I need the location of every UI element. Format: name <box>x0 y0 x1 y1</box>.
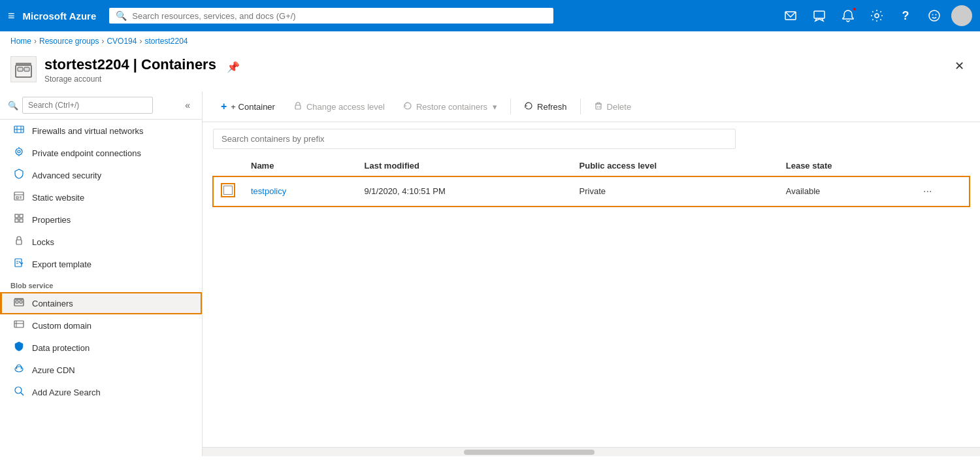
containers-icon <box>12 297 25 310</box>
custom-domain-icon <box>12 319 25 332</box>
global-search-input[interactable] <box>132 11 547 21</box>
content-area: + + Container Change access level Restor… <box>203 91 980 456</box>
breadcrumb-stortest2204[interactable]: stortest2204 <box>144 37 188 46</box>
svg-rect-23 <box>15 214 18 218</box>
sidebar-item-add-azure-search-label: Add Azure Search <box>32 388 101 397</box>
svg-rect-18 <box>14 192 24 200</box>
svg-rect-1 <box>814 11 825 18</box>
restore-containers-button[interactable]: Restore containers ▾ <box>395 97 505 116</box>
container-search-input[interactable] <box>213 129 736 149</box>
add-container-icon: + <box>221 101 227 112</box>
breadcrumb-resource-groups[interactable]: Resource groups <box>39 37 99 46</box>
row-checkbox[interactable] <box>223 186 233 195</box>
sidebar: 🔍 « Firewalls and virtual networks Priva… <box>0 91 203 456</box>
nav-icons: ? <box>779 4 972 27</box>
svg-point-4 <box>932 14 934 16</box>
static-website-icon <box>12 191 25 204</box>
svg-rect-42 <box>596 104 601 109</box>
sidebar-item-export-template[interactable]: Export template <box>0 253 202 275</box>
more-actions-button[interactable]: ··· <box>923 186 932 197</box>
container-search-row <box>203 122 980 156</box>
locks-icon <box>12 235 25 248</box>
delete-button[interactable]: Delete <box>586 97 640 116</box>
refresh-icon <box>524 101 533 112</box>
search-icon: 🔍 <box>116 10 127 21</box>
actions-column-header <box>915 156 970 176</box>
export-template-icon <box>12 257 25 271</box>
row-actions-cell[interactable]: ··· <box>915 176 970 207</box>
page-subtitle: Storage account <box>44 75 240 84</box>
sidebar-collapse-button[interactable]: « <box>181 97 194 113</box>
sidebar-item-azure-cdn-label: Azure CDN <box>32 365 75 375</box>
restore-icon <box>403 101 412 112</box>
user-avatar[interactable] <box>951 5 972 26</box>
container-name-cell[interactable]: testpolicy <box>243 176 357 207</box>
sidebar-item-custom-domain-label: Custom domain <box>32 321 91 331</box>
delete-icon <box>594 101 603 112</box>
breadcrumb-sep1: › <box>34 37 37 46</box>
restore-dropdown-icon: ▾ <box>493 102 497 112</box>
close-button[interactable]: ✕ <box>949 56 970 76</box>
app-title: Microsoft Azure <box>23 10 97 22</box>
sidebar-item-custom-domain[interactable]: Custom domain <box>0 314 202 337</box>
top-nav: ≡ Microsoft Azure 🔍 ? <box>0 0 980 31</box>
sidebar-item-private-endpoints[interactable]: Private endpoint connections <box>0 142 202 164</box>
sidebar-item-firewalls[interactable]: Firewalls and virtual networks <box>0 120 202 142</box>
breadcrumb-cvo194[interactable]: CVO194 <box>106 37 137 46</box>
sidebar-item-static-website[interactable]: Static website <box>0 186 202 208</box>
breadcrumb-home[interactable]: Home <box>10 37 31 46</box>
svg-rect-32 <box>16 301 18 303</box>
smiley-icon[interactable] <box>923 4 946 27</box>
sidebar-item-add-azure-search[interactable]: Add Azure Search <box>0 381 202 403</box>
svg-rect-35 <box>14 321 24 327</box>
svg-line-40 <box>21 393 24 395</box>
settings-icon[interactable] <box>865 4 889 27</box>
svg-point-39 <box>15 387 22 393</box>
breadcrumb-sep2: › <box>101 37 104 46</box>
notification-badge <box>852 7 857 12</box>
sidebar-item-locks[interactable]: Locks <box>0 231 202 253</box>
hamburger-icon[interactable]: ≡ <box>8 9 15 23</box>
horizontal-scrollbar[interactable] <box>464 450 595 455</box>
sidebar-item-data-protection[interactable]: Data protection <box>0 337 202 359</box>
notification-icon[interactable] <box>836 4 860 27</box>
svg-point-14 <box>16 148 22 155</box>
sidebar-search-input[interactable] <box>22 97 153 114</box>
bottom-scrollbar-bar <box>203 447 980 456</box>
blob-service-section-label: Blob service <box>0 275 202 292</box>
sidebar-item-data-protection-label: Data protection <box>32 343 90 353</box>
lease-state-column-header: Lease state <box>778 156 915 176</box>
page-title: stortest2204 | Containers <box>44 56 216 73</box>
breadcrumb-sep3: › <box>139 37 142 46</box>
table-row[interactable]: testpolicy 9/1/2020, 4:10:51 PM Private … <box>213 176 970 207</box>
svg-point-15 <box>18 150 20 153</box>
name-column-header: Name <box>243 156 357 176</box>
last-modified-column-header: Last modified <box>357 156 572 176</box>
sidebar-item-properties[interactable]: Properties <box>0 208 202 231</box>
svg-rect-8 <box>24 67 29 71</box>
row-checkbox-cell[interactable] <box>213 176 243 207</box>
svg-rect-26 <box>20 219 23 222</box>
container-name-link[interactable]: testpolicy <box>251 186 286 196</box>
refresh-button[interactable]: Refresh <box>516 97 575 116</box>
data-protection-icon <box>12 341 25 354</box>
toolbar-separator-2 <box>580 99 581 114</box>
add-container-button[interactable]: + + Container <box>213 97 283 116</box>
svg-rect-9 <box>16 63 31 66</box>
sidebar-item-azure-cdn[interactable]: Azure CDN <box>0 359 202 381</box>
email-icon[interactable] <box>779 4 802 27</box>
svg-rect-27 <box>16 240 22 244</box>
page-header-left: stortest2204 | Containers 📌 Storage acco… <box>10 56 240 84</box>
sidebar-item-advanced-security-label: Advanced security <box>32 171 101 180</box>
svg-rect-20 <box>16 197 18 199</box>
sidebar-item-advanced-security[interactable]: Advanced security <box>0 164 202 186</box>
svg-rect-41 <box>295 105 301 109</box>
feedback-icon[interactable] <box>808 4 831 27</box>
firewalls-icon <box>12 124 25 137</box>
change-access-level-button[interactable]: Change access level <box>286 97 393 116</box>
public-access-column-header: Public access level <box>572 156 778 176</box>
sidebar-item-containers[interactable]: Containers <box>0 292 202 314</box>
help-icon[interactable]: ? <box>894 4 917 27</box>
pin-icon[interactable]: 📌 <box>227 61 240 73</box>
global-search-box[interactable]: 🔍 <box>109 8 553 24</box>
